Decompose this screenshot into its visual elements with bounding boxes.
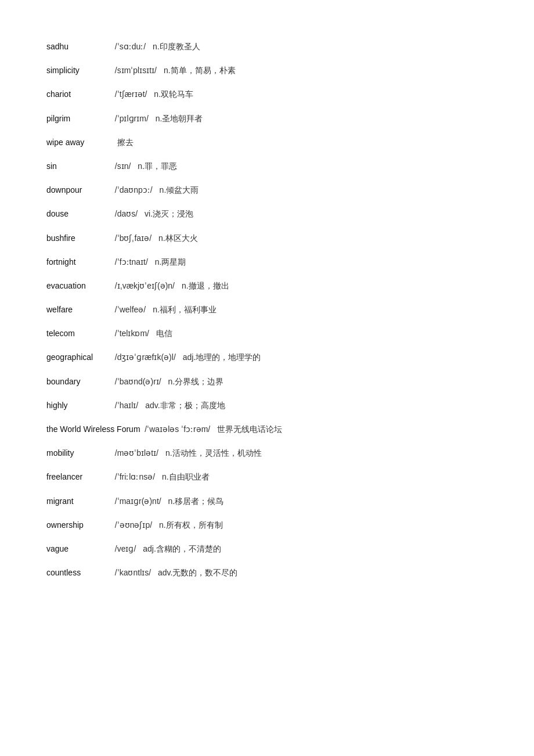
vocab-phonetic: /daʊs/ (110, 207, 138, 221)
vocab-definition: adv.无数的，数不尽的 (156, 566, 237, 580)
vocab-item: telecom /ˈtelɪkɒm/ 电信 (46, 322, 488, 345)
vocab-phonetic: /sɪmˈplɪsɪtɪ/ (110, 63, 157, 78)
vocab-item: highly /ˈhaɪlɪ/ adv.非常；极；高度地 (46, 394, 488, 417)
vocab-word: geographical (46, 350, 110, 365)
vocab-item: sadhu /ˈsɑːduː/ n.印度教圣人 (46, 35, 488, 59)
vocab-phonetic: /ˈpɪlɡrɪm/ (110, 111, 149, 126)
vocab-phonetic: /ˈhaɪlɪ/ (110, 398, 138, 413)
vocab-definition: n.福利，福利事业 (150, 303, 217, 317)
vocab-item: mobility /məʊˈbɪlətɪ/ n.活动性，灵活性，机动性 (46, 441, 488, 465)
vocab-definition: n.圣地朝拜者 (153, 111, 203, 126)
vocab-definition: n.林区大火 (156, 231, 198, 246)
vocab-item: evacuation /ɪˌvækjʊˈeɪʃ(ə)n/ n.撤退，撤出 (46, 274, 488, 298)
vocab-item: geographical /dʒɪəˈɡræfɪk(ə)l/ adj.地理的，地… (46, 345, 488, 369)
vocab-word: pilgrim (46, 111, 110, 126)
vocab-item: chariot /ˈtʃærɪət/ n.双轮马车 (46, 82, 488, 106)
vocab-word: countless (46, 566, 110, 580)
vocab-definition: n.活动性，灵活性，机动性 (163, 446, 262, 460)
vocab-word: telecom (46, 326, 110, 341)
vocab-phonetic: /məʊˈbɪlətɪ/ (110, 446, 158, 460)
vocab-word: chariot (46, 87, 110, 102)
vocab-item: migrant /ˈmaɪɡr(ə)nt/ n.移居者；候鸟 (46, 489, 488, 513)
vocab-item: douse /daʊs/ vi.浇灭；浸泡 (46, 202, 488, 226)
vocab-phonetic: /ˈwelfeə/ (110, 303, 146, 317)
vocabulary-list: sadhu /ˈsɑːduː/ n.印度教圣人simplicity /sɪmˈp… (46, 35, 488, 585)
vocab-definition: 电信 (154, 326, 172, 341)
vocab-definition: n.撤退，撤出 (179, 279, 229, 293)
vocab-definition: 世界无线电话论坛 (215, 422, 282, 437)
vocab-word: sin (46, 159, 110, 174)
vocab-word: simplicity (46, 63, 110, 78)
vocab-word: evacuation (46, 279, 110, 293)
vocab-item: vague /veɪɡ/ adj.含糊的，不清楚的 (46, 537, 488, 561)
vocab-phonetic: /ɪˌvækjʊˈeɪʃ(ə)n/ (110, 279, 175, 293)
vocab-item: sin /sɪn/ n.罪，罪恶 (46, 154, 488, 178)
vocab-word: bushfire (46, 231, 110, 246)
vocab-definition: n.罪，罪恶 (135, 159, 177, 174)
vocab-phonetic: /ˈbʊʃˌfaɪə/ (110, 231, 151, 246)
vocab-word: boundary (46, 375, 110, 389)
vocab-word: douse (46, 207, 110, 221)
vocab-phonetic: /ˈtelɪkɒm/ (110, 326, 149, 341)
vocab-word: the World Wireless Forum (46, 422, 140, 437)
vocab-definition: 擦去 (115, 135, 134, 150)
vocab-item: simplicity /sɪmˈplɪsɪtɪ/ n.简单，简易，朴素 (46, 59, 488, 82)
vocab-word: welfare (46, 303, 110, 317)
vocab-definition: n.所有权，所有制 (157, 518, 223, 532)
vocab-phonetic: /ˈfriːlɑːnsə/ (110, 470, 155, 484)
vocab-definition: n.倾盆大雨 (157, 183, 199, 197)
vocab-phonetic: /ˈkaʊntlɪs/ (110, 566, 151, 580)
vocab-phonetic: /ˈsɑːduː/ (110, 39, 146, 54)
vocab-definition: adj.含糊的，不清楚的 (140, 542, 221, 556)
vocab-item: the World Wireless Forum /ˈwaɪələs ˈfɔːr… (46, 417, 488, 441)
vocab-definition: n.移居者；候鸟 (166, 494, 224, 509)
vocab-word: sadhu (46, 39, 110, 54)
vocab-word: wipe away (46, 135, 110, 150)
vocab-phonetic: /ˈmaɪɡr(ə)nt/ (110, 494, 161, 509)
vocab-item: wipe away 擦去 (46, 131, 488, 154)
vocab-item: boundary /ˈbaʊnd(ə)rɪ/ n.分界线；边界 (46, 370, 488, 394)
vocab-phonetic: /ˈdaʊnpɔː/ (110, 183, 153, 197)
vocab-definition: n.分界线；边界 (166, 375, 224, 389)
vocab-phonetic: /sɪn/ (110, 159, 131, 174)
vocab-item: fortnight /ˈfɔːtnaɪt/ n.两星期 (46, 250, 488, 274)
vocab-definition: vi.浇灭；浸泡 (142, 207, 193, 221)
vocab-word: freelancer (46, 470, 110, 484)
vocab-definition: n.双轮马车 (151, 87, 193, 102)
vocab-word: highly (46, 398, 110, 413)
vocab-definition: n.印度教圣人 (150, 39, 200, 54)
vocab-item: bushfire /ˈbʊʃˌfaɪə/ n.林区大火 (46, 226, 488, 250)
vocab-word: ownership (46, 518, 110, 532)
vocab-phonetic: /dʒɪəˈɡræfɪk(ə)l/ (110, 350, 176, 365)
vocab-definition: n.两星期 (153, 255, 186, 269)
vocab-phonetic: /ˈəʊnəʃɪp/ (110, 518, 152, 532)
vocab-item: downpour /ˈdaʊnpɔː/ n.倾盆大雨 (46, 178, 488, 202)
vocab-word: migrant (46, 494, 110, 509)
vocab-word: mobility (46, 446, 110, 460)
vocab-item: countless /ˈkaʊntlɪs/ adv.无数的，数不尽的 (46, 561, 488, 585)
vocab-item: freelancer /ˈfriːlɑːnsə/ n.自由职业者 (46, 465, 488, 489)
vocab-word: fortnight (46, 255, 110, 269)
vocab-word: vague (46, 542, 110, 556)
vocab-phonetic: /ˈbaʊnd(ə)rɪ/ (110, 375, 161, 389)
vocab-definition: adj.地理的，地理学的 (181, 350, 261, 365)
vocab-item: pilgrim /ˈpɪlɡrɪm/ n.圣地朝拜者 (46, 107, 488, 131)
vocab-definition: adv.非常；极；高度地 (143, 398, 225, 413)
vocab-phonetic: /ˈwaɪələs ˈfɔːrəm/ (140, 422, 211, 437)
vocab-definition: n.简单，简易，朴素 (161, 63, 236, 78)
vocab-item: ownership /ˈəʊnəʃɪp/ n.所有权，所有制 (46, 513, 488, 537)
vocab-phonetic: /ˈfɔːtnaɪt/ (110, 255, 148, 269)
vocab-definition: n.自由职业者 (160, 470, 210, 484)
vocab-item: welfare /ˈwelfeə/ n.福利，福利事业 (46, 298, 488, 322)
vocab-word: downpour (46, 183, 110, 197)
vocab-phonetic: /veɪɡ/ (110, 542, 136, 556)
vocab-phonetic: /ˈtʃærɪət/ (110, 87, 147, 102)
